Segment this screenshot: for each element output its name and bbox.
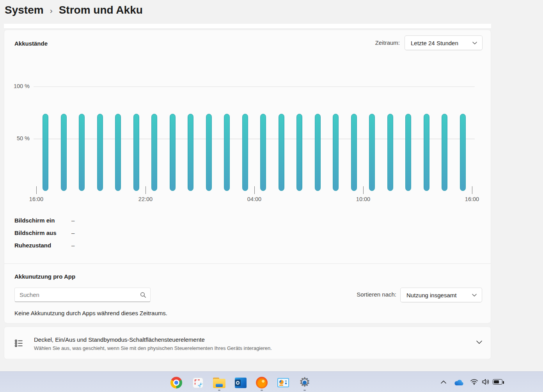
battery-bar xyxy=(260,114,266,191)
x-axis-tick xyxy=(472,186,472,194)
battery-bar xyxy=(115,114,121,191)
chevron-down-icon xyxy=(472,42,477,44)
period-dropdown-value: Letzte 24 Stunden xyxy=(411,40,458,46)
breadcrumb-separator-icon: › xyxy=(50,5,53,15)
taskbar-app-file-explorer[interactable] xyxy=(213,376,225,389)
x-axis-tick-label: 16:00 xyxy=(465,196,479,202)
battery-bar xyxy=(351,114,357,191)
battery-bar xyxy=(460,114,466,191)
expander-subtitle: Wählen Sie aus, was geschieht, wenn Sie … xyxy=(34,345,272,351)
firefox-icon xyxy=(256,377,268,388)
period-label: Zeitraum: xyxy=(375,39,400,46)
lid-power-buttons-expander[interactable]: Deckel, Ein/Aus und Standbymodus-Schaltf… xyxy=(4,327,491,359)
sort-label: Sortieren nach: xyxy=(357,291,396,298)
y-axis-label-50: 50 % xyxy=(4,135,30,141)
battery-icon[interactable] xyxy=(493,379,502,385)
legend-value: – xyxy=(71,230,75,236)
taskbar-app-system-monitor[interactable] xyxy=(277,376,289,389)
controls-list-icon xyxy=(14,339,23,348)
battery-bar xyxy=(97,114,103,191)
battery-bar xyxy=(206,114,212,191)
battery-levels-heading: Akkustände xyxy=(14,40,48,47)
x-axis-tick xyxy=(363,186,364,194)
taskbar-app-snipping-tool[interactable]: ✂ xyxy=(192,376,204,389)
gridline-100 xyxy=(34,87,475,87)
battery-bar xyxy=(442,114,447,191)
taskbar-app-outlook[interactable] xyxy=(234,376,247,389)
page-title: Strom und Akku xyxy=(59,4,143,16)
onedrive-cloud-icon[interactable] xyxy=(453,379,464,386)
chrome-icon xyxy=(170,377,182,388)
taskbar-app-firefox[interactable] xyxy=(256,376,268,389)
battery-bar xyxy=(387,114,393,191)
legend-row-screen-off: Bildschirm aus – xyxy=(14,230,170,238)
settings-window: System › Strom und Akku Akkustände Zeitr… xyxy=(0,0,543,392)
battery-bar xyxy=(315,114,321,191)
settings-gear-icon: ⚙ xyxy=(298,376,311,389)
wifi-icon[interactable] xyxy=(469,378,479,385)
sort-dropdown[interactable]: Nutzung insgesamt xyxy=(400,288,482,302)
previous-card-remnant xyxy=(4,24,491,29)
taskbar-app-settings[interactable]: ⚙ xyxy=(298,376,311,389)
x-axis-tick-label: 16:00 xyxy=(29,196,43,202)
x-axis-tick xyxy=(146,186,146,194)
period-dropdown[interactable]: Letzte 24 Stunden xyxy=(405,35,483,50)
running-indicator-settings xyxy=(303,390,306,391)
legend-row-screen-on: Bildschirm ein – xyxy=(14,217,170,226)
empty-usage-message: Keine Akkunutzung durch Apps während die… xyxy=(14,310,167,316)
x-axis-tick-label: 22:00 xyxy=(138,196,153,202)
y-axis-label-100: 100 % xyxy=(4,83,30,89)
battery-bar xyxy=(333,114,339,191)
battery-bar xyxy=(61,114,67,191)
file-explorer-icon xyxy=(213,378,225,388)
battery-bar xyxy=(405,114,411,191)
search-icon xyxy=(140,292,146,298)
battery-bar xyxy=(242,114,248,191)
battery-bar xyxy=(224,114,230,191)
legend-row-sleep: Ruhezustand – xyxy=(14,242,170,251)
section-divider xyxy=(4,263,491,264)
battery-bar xyxy=(424,114,429,191)
snipping-tool-icon: ✂ xyxy=(193,378,203,388)
legend-label: Ruhezustand xyxy=(14,242,51,249)
breadcrumb-system[interactable]: System xyxy=(5,4,44,16)
legend-label: Bildschirm ein xyxy=(14,217,55,224)
taskbar: Suche ✂ ⚙ xyxy=(0,371,543,392)
x-axis-tick-label: 10:00 xyxy=(356,196,370,202)
x-axis-tick xyxy=(254,186,255,194)
chevron-down-icon[interactable] xyxy=(476,341,482,344)
breadcrumb: System › Strom und Akku xyxy=(5,2,143,19)
app-usage-heading: Akkunutzung pro App xyxy=(14,273,75,280)
battery-bar xyxy=(151,114,157,191)
battery-chart-area: 16:0022:0004:0010:0016:00 xyxy=(34,84,475,205)
tray-chevron-up-icon[interactable] xyxy=(440,380,447,384)
start-button[interactable] xyxy=(39,377,51,388)
battery-bar xyxy=(279,114,284,191)
legend-label: Bildschirm aus xyxy=(14,230,57,236)
outlook-icon xyxy=(235,378,247,388)
legend-value: – xyxy=(71,217,75,224)
app-search-input[interactable] xyxy=(15,288,150,302)
battery-bar xyxy=(170,114,176,191)
x-axis-tick xyxy=(36,186,37,194)
battery-bar xyxy=(133,114,139,191)
chevron-down-icon xyxy=(472,294,477,297)
expander-title: Deckel, Ein/Aus und Standbymodus-Schaltf… xyxy=(34,336,205,343)
running-indicator-file-explorer xyxy=(218,390,220,391)
battery-bar xyxy=(188,114,193,191)
sort-dropdown-value: Nutzung insgesamt xyxy=(406,292,456,298)
battery-bar xyxy=(43,114,48,191)
battery-bar xyxy=(296,114,302,191)
system-monitor-icon xyxy=(277,378,289,387)
volume-icon[interactable] xyxy=(481,378,490,385)
x-axis-tick-label: 04:00 xyxy=(247,196,261,202)
app-search-field xyxy=(14,288,151,302)
legend-value: – xyxy=(71,242,75,249)
battery-levels-card: Akkustände Zeitraum: Letzte 24 Stunden 1… xyxy=(4,30,491,323)
battery-bar xyxy=(79,114,85,191)
running-indicator-firefox xyxy=(261,390,263,391)
battery-bar xyxy=(369,114,375,191)
taskbar-app-chrome[interactable] xyxy=(170,376,183,389)
